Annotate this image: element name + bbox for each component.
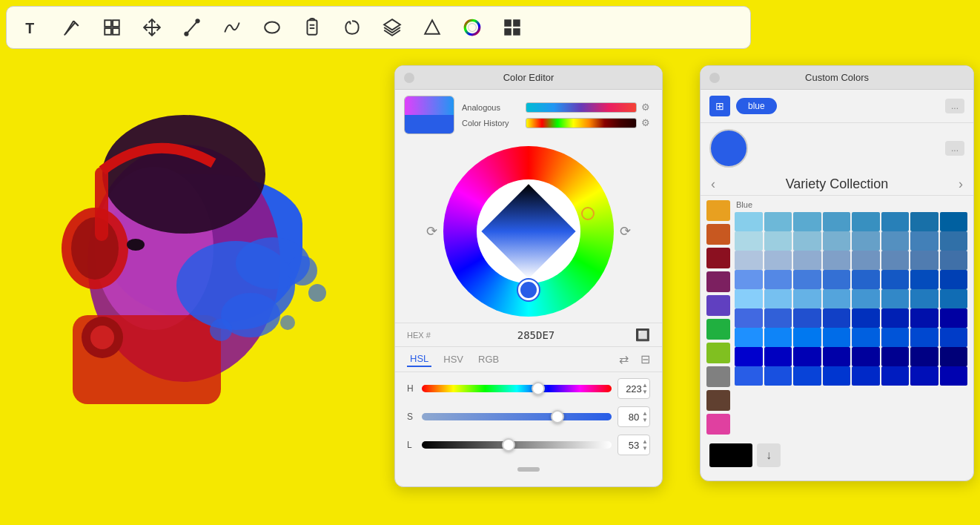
cc-next-button[interactable]: › <box>954 176 967 192</box>
cc-grid-settings-button[interactable]: ... <box>945 141 964 156</box>
lasso-tool[interactable] <box>339 14 365 41</box>
cc-swatch[interactable] <box>735 347 763 366</box>
grid-tool[interactable] <box>99 14 125 41</box>
cc-swatch[interactable] <box>940 289 968 308</box>
cc-swatch[interactable] <box>910 328 938 347</box>
s-slider-thumb[interactable] <box>551 410 564 423</box>
cc-swatch[interactable] <box>940 347 968 366</box>
cc-swatch[interactable] <box>910 347 938 366</box>
cc-swatch[interactable] <box>852 347 880 366</box>
cc-swatch[interactable] <box>823 231 851 251</box>
cc-swatch[interactable] <box>735 270 763 289</box>
cc-swatch[interactable] <box>852 366 880 386</box>
cc-swatch[interactable] <box>852 231 880 251</box>
cc-swatch[interactable] <box>823 289 851 308</box>
cc-swatch[interactable] <box>793 366 821 386</box>
cc-category-swatch[interactable] <box>706 414 730 435</box>
layers-tool[interactable] <box>379 14 405 41</box>
cc-swatch[interactable] <box>823 366 851 386</box>
cc-swatch[interactable] <box>940 231 968 251</box>
randomize-icon[interactable]: ⇄ <box>619 352 629 366</box>
cc-category-swatch[interactable] <box>706 271 730 292</box>
cc-category-swatch[interactable] <box>706 366 730 387</box>
s-stepper[interactable]: ▲ ▼ <box>642 407 648 426</box>
custom-colors-close[interactable] <box>709 73 720 83</box>
cc-swatch[interactable] <box>764 366 792 386</box>
cc-swatch[interactable] <box>823 328 851 347</box>
eyedropper-icon[interactable]: 🔲 <box>635 328 650 342</box>
cc-swatch[interactable] <box>735 366 763 386</box>
cc-swatch[interactable] <box>910 366 938 386</box>
clipboard-tool[interactable] <box>299 14 325 41</box>
cc-swatch[interactable] <box>793 328 821 347</box>
cc-swatch[interactable] <box>940 328 968 347</box>
cc-swatch[interactable] <box>881 231 910 251</box>
cc-swatch[interactable] <box>735 308 763 328</box>
cc-swatch[interactable] <box>852 328 880 347</box>
cc-swatch[interactable] <box>793 308 821 328</box>
s-down[interactable]: ▼ <box>642 417 648 423</box>
h-up[interactable]: ▲ <box>642 383 648 389</box>
cc-swatch[interactable] <box>910 231 938 251</box>
cc-swatch[interactable] <box>793 251 821 270</box>
cc-swatch[interactable] <box>764 289 792 308</box>
cc-swatch[interactable] <box>910 251 938 270</box>
cc-settings-button[interactable]: ... <box>945 99 964 113</box>
cc-swatch[interactable] <box>852 251 880 270</box>
cc-swatch[interactable] <box>793 347 821 366</box>
cc-swatch[interactable] <box>823 251 851 270</box>
cc-swatch[interactable] <box>852 308 880 328</box>
cc-swatch[interactable] <box>793 289 821 308</box>
cc-swatch[interactable] <box>823 308 851 328</box>
color-editor-close[interactable] <box>404 73 414 83</box>
cc-swatch[interactable] <box>823 212 851 231</box>
cc-swatch[interactable] <box>764 347 792 366</box>
cc-swatch[interactable] <box>881 308 910 328</box>
tab-hsv[interactable]: HSV <box>440 352 466 366</box>
transform-tool[interactable] <box>139 14 165 41</box>
text-tool[interactable]: T <box>19 14 45 41</box>
cc-category-swatch[interactable] <box>706 390 730 411</box>
cc-category-swatch[interactable] <box>706 319 730 340</box>
cc-swatch[interactable] <box>852 270 880 289</box>
cc-swatch[interactable] <box>735 212 763 231</box>
cc-swatch[interactable] <box>793 212 821 231</box>
cc-swatch[interactable] <box>852 289 880 308</box>
cc-swatch[interactable] <box>793 231 821 251</box>
cc-category-swatch[interactable] <box>706 295 730 316</box>
cc-swatch[interactable] <box>940 366 968 386</box>
s-up[interactable]: ▲ <box>642 411 648 417</box>
color-wheel[interactable] <box>443 146 614 317</box>
cc-swatch[interactable] <box>764 251 792 270</box>
cc-swatch[interactable] <box>881 366 910 386</box>
h-down[interactable]: ▼ <box>642 389 648 395</box>
l-stepper[interactable]: ▲ ▼ <box>642 435 648 455</box>
tab-hsl[interactable]: HSL <box>407 351 431 367</box>
h-slider-thumb[interactable] <box>532 382 545 395</box>
cc-download-button[interactable]: ↓ <box>757 443 781 467</box>
l-slider-thumb[interactable] <box>502 438 515 452</box>
grid-mode-icon[interactable]: ⊟ <box>640 352 650 366</box>
cc-swatch[interactable] <box>910 212 938 231</box>
cc-swatch[interactable] <box>735 231 763 251</box>
s-slider-track[interactable] <box>422 413 612 420</box>
wheel-selector-orange[interactable] <box>581 207 595 220</box>
cc-swatch[interactable] <box>910 308 938 328</box>
cc-swatch[interactable] <box>940 251 968 270</box>
history-settings-icon[interactable]: ⚙ <box>641 117 653 129</box>
cc-swatch[interactable] <box>940 270 968 289</box>
cc-swatch[interactable] <box>881 328 910 347</box>
ellipse-tool[interactable] <box>259 14 285 41</box>
cc-swatch[interactable] <box>793 270 821 289</box>
cc-swatch[interactable] <box>764 212 792 231</box>
cc-grid-icon[interactable]: ⊞ <box>709 96 730 116</box>
cc-swatch[interactable] <box>735 251 763 270</box>
cc-swatch[interactable] <box>735 328 763 347</box>
cc-swatch[interactable] <box>940 308 968 328</box>
cc-swatch[interactable] <box>764 270 792 289</box>
cc-prev-button[interactable]: ‹ <box>706 176 720 192</box>
tab-rgb[interactable]: RGB <box>475 352 502 366</box>
cc-swatch[interactable] <box>764 231 792 251</box>
wheel-right-icon[interactable]: ⟳ <box>614 223 637 240</box>
cc-category-swatch[interactable] <box>706 200 730 221</box>
